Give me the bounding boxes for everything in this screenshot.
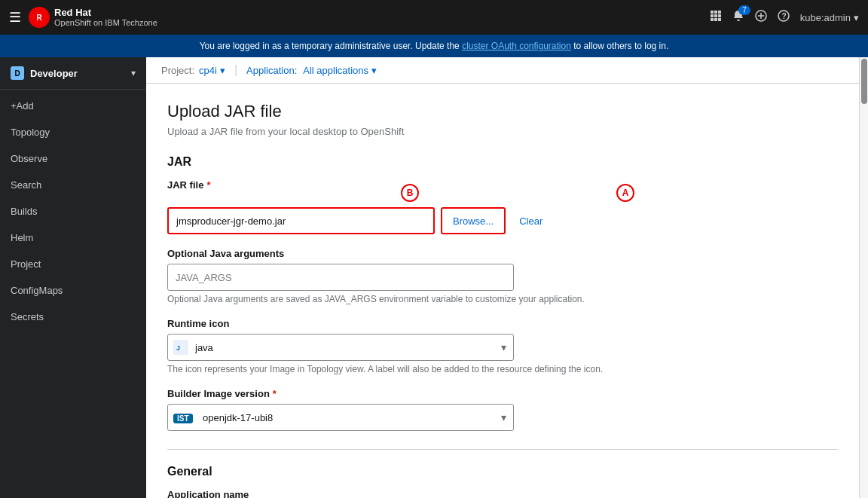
- svg-rect-3: [711, 14, 714, 17]
- jar-file-input[interactable]: [167, 207, 435, 234]
- sidebar-header[interactable]: D Developer ▾: [0, 57, 146, 90]
- banner-text-after: to allow others to log in.: [573, 41, 668, 51]
- redhat-brand-text: Red Hat: [54, 7, 157, 19]
- project-chevron-icon: ▾: [220, 65, 225, 76]
- app-chevron-icon: ▾: [371, 65, 377, 76]
- svg-rect-0: [711, 11, 714, 14]
- builder-image-select[interactable]: openjdk-17-ubi8: [167, 404, 514, 431]
- sidebar-item-helm[interactable]: Helm: [0, 225, 146, 251]
- svg-rect-4: [714, 14, 717, 17]
- builder-image-group: Builder Image version * IST openjdk-17-u…: [167, 388, 838, 431]
- user-chevron-icon: ▾: [854, 12, 859, 23]
- redhat-subtext: OpenShift on IBM Techzone: [54, 18, 157, 28]
- svg-rect-1: [714, 11, 717, 14]
- general-section-title: General: [167, 462, 838, 478]
- admin-banner: You are logged in as a temporary adminis…: [0, 35, 868, 57]
- jar-file-row: Browse... Clear: [167, 207, 838, 234]
- builder-required-marker: *: [273, 388, 277, 399]
- sidebar-header-label: Developer: [30, 68, 78, 79]
- notifications-icon[interactable]: 7: [732, 10, 744, 25]
- sidebar-header-chevron-icon: ▾: [131, 68, 136, 78]
- developer-icon: D: [11, 66, 24, 80]
- svg-rect-14: [173, 340, 188, 355]
- sidebar-item-secrets[interactable]: Secrets: [0, 304, 146, 330]
- sidebar-item-observe[interactable]: Observe: [0, 145, 146, 172]
- app-value: All applications: [303, 65, 368, 76]
- annotation-a-badge: A: [616, 184, 634, 202]
- sidebar-item-builds[interactable]: Builds: [0, 198, 146, 225]
- page-title: Upload JAR file: [167, 102, 838, 121]
- sidebar-nav: +Add Topology Observe Search Builds Helm…: [0, 93, 146, 330]
- add-circle-icon[interactable]: [755, 10, 767, 25]
- hamburger-menu-icon[interactable]: ☰: [9, 9, 21, 26]
- apps-grid-icon[interactable]: [710, 10, 722, 25]
- svg-text:?: ?: [781, 12, 786, 20]
- sidebar-item-add[interactable]: +Add: [0, 93, 146, 119]
- app-label: Application:: [246, 65, 297, 76]
- help-icon[interactable]: ?: [778, 10, 790, 25]
- page-subtitle: Upload a JAR file from your local deskto…: [167, 126, 838, 137]
- scrollbar-area[interactable]: [859, 57, 868, 498]
- runtime-icon-select[interactable]: java: [167, 334, 514, 361]
- jar-section-title: JAR: [167, 152, 838, 169]
- jar-file-group: JAR file * B A: [167, 179, 838, 234]
- separator: |: [234, 63, 237, 77]
- java-icon: J: [173, 340, 188, 355]
- notification-badge: 7: [738, 5, 750, 15]
- runtime-icon-select-wrapper: J java ▾: [167, 334, 514, 361]
- jar-file-label: JAR file *: [167, 179, 838, 191]
- svg-text:J: J: [176, 344, 180, 352]
- browse-button[interactable]: Browse...: [441, 207, 506, 234]
- java-args-hint: Optional Java arguments are saved as JAV…: [167, 294, 838, 304]
- svg-rect-6: [711, 18, 714, 21]
- banner-text-before: You are logged in as a temporary adminis…: [200, 41, 462, 51]
- java-args-label: Optional Java arguments: [167, 248, 838, 259]
- required-marker: *: [206, 179, 210, 191]
- runtime-icon-hint: The icon represents your Image in Topolo…: [167, 364, 838, 374]
- svg-rect-7: [714, 18, 717, 21]
- username-label: kube:admin: [800, 12, 851, 23]
- redhat-logo: R Red Hat OpenShift on IBM Techzone: [29, 7, 157, 29]
- top-navigation: ☰ R Red Hat OpenShift on IBM Techzone: [0, 0, 868, 35]
- sidebar-item-project[interactable]: Project: [0, 251, 146, 277]
- sidebar-item-search[interactable]: Search: [0, 172, 146, 198]
- ist-badge-icon: IST: [173, 411, 197, 423]
- app-name-label: Application name: [167, 489, 838, 498]
- builder-image-label: Builder Image version *: [167, 388, 838, 399]
- project-selector[interactable]: Project: cp4i ▾: [161, 65, 225, 76]
- sidebar-item-topology[interactable]: Topology: [0, 119, 146, 145]
- redhat-circle-icon: R: [29, 7, 50, 28]
- svg-rect-2: [718, 11, 721, 14]
- app-name-group: Application name A unique name given to …: [167, 489, 838, 498]
- main-content: Upload JAR file Upload a JAR file from y…: [146, 84, 859, 498]
- project-value: cp4i: [199, 65, 217, 76]
- oauth-config-link[interactable]: cluster OAuth configuration: [462, 41, 571, 51]
- runtime-icon-label: Runtime icon: [167, 318, 838, 329]
- svg-rect-8: [718, 18, 721, 21]
- project-bar: Project: cp4i ▾ | Application: All appli…: [146, 57, 859, 84]
- clear-button[interactable]: Clear: [512, 207, 550, 234]
- builder-image-select-wrapper: IST openjdk-17-ubi8 ▾: [167, 404, 514, 431]
- java-args-group: Optional Java arguments Optional Java ar…: [167, 248, 838, 304]
- sidebar-item-configmaps[interactable]: ConfigMaps: [0, 277, 146, 304]
- general-section: General Application name A unique name g…: [167, 449, 838, 498]
- svg-rect-5: [718, 14, 721, 17]
- project-label: Project:: [161, 65, 194, 76]
- runtime-icon-group: Runtime icon J java ▾ The i: [167, 318, 838, 374]
- scrollbar-thumb[interactable]: [861, 59, 867, 104]
- sidebar: D Developer ▾ +Add Topology Observe Sear…: [0, 57, 146, 498]
- app-selector[interactable]: Application: All applications ▾: [246, 65, 377, 76]
- user-menu[interactable]: kube:admin ▾: [800, 12, 859, 23]
- java-args-input[interactable]: [167, 264, 514, 291]
- annotation-b-badge: B: [401, 184, 419, 202]
